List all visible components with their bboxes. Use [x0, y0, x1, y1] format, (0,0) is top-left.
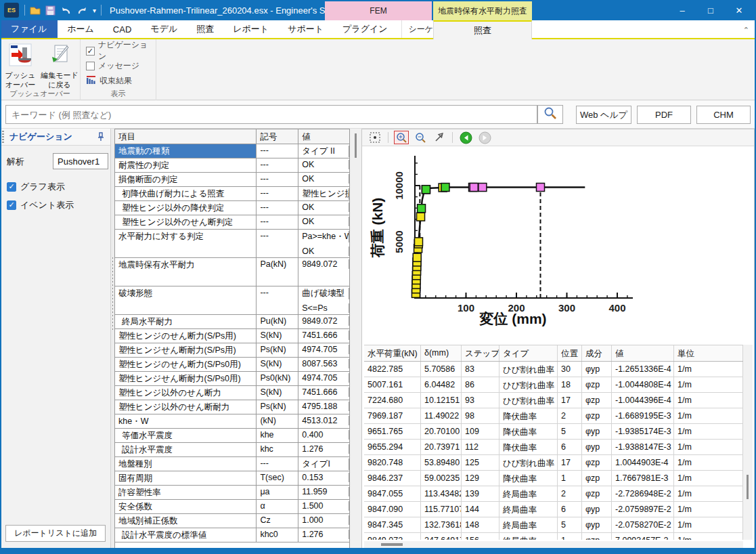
event-col-5[interactable]: 位置: [558, 345, 582, 361]
check-table-row-13[interactable]: 塑性ヒンジのせん断力(S/Ps0用)S(kN)8087.563: [115, 358, 349, 372]
event-row-6[interactable]: 9655.29420.73971112降伏曲率6φyp-1.9388147E-3…: [364, 440, 743, 455]
event-cell: 9651.765: [364, 424, 421, 439]
event-row-7[interactable]: 9820.74853.89480125ひび割れ曲率17φzp1.0044903E…: [364, 455, 743, 471]
check-table-row-24[interactable]: 地域別補正係数Cz1.000: [115, 514, 349, 528]
check-value-line1: 7451.666: [302, 331, 349, 340]
check-table-row-12[interactable]: 塑性ヒンジせん断耐力(S/Ps用)Ps(kN)4974.705: [115, 343, 349, 358]
navigation-title: ナビゲーション: [9, 131, 72, 143]
event-row-11[interactable]: 9847.345132.73618148終局曲率5φyp-2.0758270E-…: [364, 517, 743, 533]
check-table-row-10[interactable]: 終局水平耐力Pu(kN)9849.072: [115, 315, 349, 329]
maximize-button[interactable]: □: [696, 0, 725, 20]
event-row-2[interactable]: 5007.1616.0448286ひび割れ曲率18φzp-1.0044808E-…: [364, 377, 743, 393]
forward-icon[interactable]: [477, 131, 492, 144]
event-row-9[interactable]: 9847.055113.43482139終局曲率2φzp-2.7286948E-…: [364, 486, 743, 502]
event-table-vscrollbar[interactable]: [743, 345, 753, 540]
menu-item-5[interactable]: 照査: [187, 20, 223, 38]
check-table-row-18[interactable]: 等価水平震度khe0.400: [115, 429, 349, 443]
redo-icon[interactable]: [76, 5, 88, 16]
save-icon[interactable]: [45, 5, 55, 16]
check-table-row-3[interactable]: 損傷断面の判定---OK: [115, 173, 349, 187]
check-symbol: Pa(kN): [257, 258, 298, 286]
zoom-in-icon[interactable]: [394, 131, 409, 144]
event-col-6[interactable]: 成分: [582, 345, 612, 361]
check-table-row-25[interactable]: 設計水平震度の標準値khc01.276: [115, 528, 349, 542]
chm-button[interactable]: CHM: [696, 106, 751, 124]
pdf-button[interactable]: PDF: [637, 106, 691, 124]
check-table-row-5[interactable]: 塑性ヒンジ以外の降伏判定---OK: [115, 201, 349, 215]
event-col-4[interactable]: タイプ: [499, 345, 558, 361]
check-item: 地盤種別: [115, 457, 257, 471]
menu-item-7[interactable]: サポート: [278, 20, 333, 38]
event-table-hscrollbar[interactable]: [364, 541, 743, 548]
check-table-row-23[interactable]: 安全係数α1.500: [115, 500, 349, 514]
doc-tab-fem[interactable]: FEM: [325, 1, 432, 20]
menu-item-6[interactable]: レポート: [223, 20, 278, 38]
check-table-row-11[interactable]: 塑性ヒンジのせん断力(S/Ps用)S(kN)7451.666: [115, 329, 349, 343]
back-icon[interactable]: [458, 131, 473, 144]
menu-item-1[interactable]: ファイル: [0, 20, 58, 38]
event-col-7[interactable]: 値: [612, 345, 674, 361]
event-col-8[interactable]: 単位: [674, 345, 743, 361]
check-table-row-19[interactable]: 設計水平震度khc1.276: [115, 443, 349, 457]
web-help-button[interactable]: Web ヘルプ: [576, 106, 631, 124]
check-value-line1: 8087.563: [302, 359, 349, 368]
event-row-8[interactable]: 9846.23759.00235129降伏曲率1φzp1.7667981E-31…: [364, 471, 743, 486]
collapse-ribbon-icon[interactable]: ⌃: [743, 20, 749, 39]
analysis-select[interactable]: Pushover1: [53, 153, 108, 169]
sidebar-checkbox-2[interactable]: ✓: [7, 200, 16, 210]
check-table-row-4[interactable]: 初降伏曲げ耐力による照査---塑性ヒンジ損傷: [115, 187, 349, 201]
keyword-search-input[interactable]: [5, 105, 537, 124]
check-table-row-22[interactable]: 許容塑性率μa11.959: [115, 486, 349, 500]
pushover-button[interactable]: プッシュオーバー: [1, 42, 39, 89]
check-table-row-1[interactable]: 地震動の種類---タイプ II: [115, 144, 349, 158]
panel-grip[interactable]: [2, 131, 4, 143]
event-row-1[interactable]: 4822.7855.7058683ひび割れ曲率30φyp-1.2651336E-…: [364, 362, 743, 377]
menu-item-2[interactable]: ホーム: [58, 20, 104, 38]
check-table-row-17[interactable]: khe・W(kN)4513.012: [115, 414, 349, 429]
event-row-12[interactable]: 9849.072247.64917156終局曲率1φzp7.0993457E-2…: [364, 533, 743, 540]
app-icon[interactable]: ES: [4, 3, 19, 18]
checkbox-2[interactable]: [86, 62, 95, 70]
col-item: 項目: [115, 129, 257, 144]
undo-icon[interactable]: [60, 5, 72, 16]
qat-dropdown-icon[interactable]: ▾: [93, 7, 96, 14]
edit-mode-button[interactable]: 編集モード に戻る: [41, 42, 79, 89]
zoom-out-icon[interactable]: [413, 131, 428, 144]
check-table-row-15[interactable]: 塑性ヒンジ以外のせん断力S(kN)7451.666: [115, 386, 349, 400]
check-table-row-16[interactable]: 塑性ヒンジ以外のせん断耐力Ps(kN)4795.188: [115, 400, 349, 414]
check-table-row-20[interactable]: 地盤種別---タイプI: [115, 457, 349, 471]
event-table: 水平荷重(kN)δ(mm)ステップタイプ位置成分値単位 4822.7855.70…: [364, 345, 743, 540]
check-table-row-2[interactable]: 耐震性の判定---OK: [115, 158, 349, 173]
menu-item-8[interactable]: プラグイン: [333, 20, 397, 38]
check-table-row-8[interactable]: 地震時保有水平耐力Pa(kN)9849.072: [115, 258, 349, 286]
event-row-3[interactable]: 7224.68010.1215193ひび割れ曲率17φzp-1.0044396E…: [364, 393, 743, 408]
check-table-row-21[interactable]: 固有周期T(sec)0.153: [115, 471, 349, 486]
pan-arrow-icon[interactable]: [432, 131, 447, 144]
sidebar-checkbox-1[interactable]: ✓: [7, 182, 16, 192]
event-col-3[interactable]: ステップ: [462, 345, 499, 361]
checkbox-1[interactable]: ✓: [86, 47, 95, 56]
close-button[interactable]: ✕: [725, 0, 753, 20]
event-col-1[interactable]: 水平荷重(kN): [364, 345, 421, 361]
check-table-row-7[interactable]: 水平耐力に対する判定---Pa>=khe・WOK: [115, 230, 349, 258]
event-row-4[interactable]: 7969.18711.4902298降伏曲率2φzp-1.6689195E-31…: [364, 408, 743, 424]
convergence-button[interactable]: 収束結果: [86, 73, 132, 88]
event-row-10[interactable]: 9847.090115.77107144終局曲率6φyp-2.0759897E-…: [364, 502, 743, 517]
select-region-icon[interactable]: [368, 131, 382, 144]
check-table-row-9[interactable]: 破壊形態---曲げ破壊型S<=Ps: [115, 286, 349, 315]
pushover-chart[interactable]: 100200300400500010000変位 (mm)荷重 (kN): [363, 146, 753, 344]
menu-item-3[interactable]: CAD: [104, 20, 141, 38]
check-table-scrollbar[interactable]: [350, 129, 361, 549]
check-table-row-14[interactable]: 塑性ヒンジせん断耐力(S/Ps0用)Ps0(kN)4974.705: [115, 372, 349, 386]
check-table-row-6[interactable]: 塑性ヒンジ以外のせん断判定---OK: [115, 215, 349, 230]
event-col-2[interactable]: δ(mm): [421, 345, 462, 361]
menu-item-4[interactable]: モデル: [141, 20, 187, 38]
event-row-5[interactable]: 9651.76520.70100109降伏曲率5φyp-1.9385174E-3…: [364, 424, 743, 440]
doc-tab-seismic[interactable]: 地震時保有水平耐力照査: [433, 1, 532, 20]
add-to-report-list-button[interactable]: レポートリストに追加: [5, 525, 106, 542]
pin-icon[interactable]: [97, 132, 105, 144]
minimize-button[interactable]: –: [668, 0, 696, 20]
search-button[interactable]: [537, 105, 563, 124]
open-file-icon[interactable]: [30, 5, 41, 16]
tab-shousa-active[interactable]: 照査: [433, 20, 532, 39]
